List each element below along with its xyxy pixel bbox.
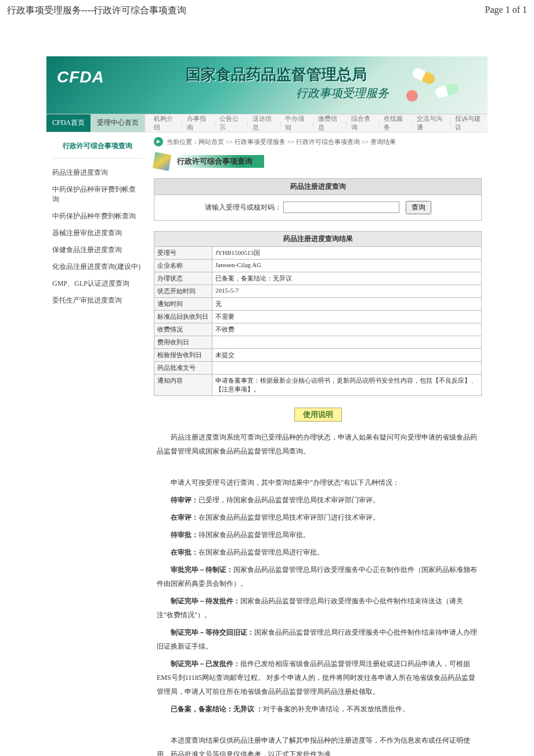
sidebar-title: 行政许可综合事项查询: [52, 141, 142, 159]
row-value: 不收费: [212, 323, 482, 336]
table-row: 收费情况不收费: [154, 323, 482, 336]
banner-subtitle: 行政事项受理服务: [296, 85, 389, 101]
row-label: 检验报告收到日: [154, 349, 212, 362]
usage-lead: 申请人可按受理号进行查询，其中查询结果中"办理状态"有以下几种情况：: [157, 476, 479, 489]
status-line: 待审评：已受理，待国家食品药品监督管理总局技术审评部门审评。: [157, 493, 479, 507]
usage-title: 使用说明: [294, 408, 342, 422]
status-line: 制证完毕－等待交回旧证：国家食品药品监督管理总局行政受理服务中心批件制作结束待申…: [157, 625, 479, 653]
status-name: 制证完毕－待发批件：: [171, 597, 240, 605]
usage-title-wrap: 使用说明: [154, 408, 482, 422]
status-desc: 已受理，待国家食品药品监督管理总局技术审评部门审评。: [199, 496, 380, 504]
sidebar-item[interactable]: 器械注册审批进度查询: [52, 225, 142, 242]
row-value: 2015-5-7: [212, 285, 482, 298]
breadcrumb: 当前位置： 网站首页 >> 行政事项受理服务 >> 行政许可综合事项查询 >> …: [154, 137, 482, 146]
row-label: 受理号: [154, 247, 212, 260]
header-page-number: Page 1 of 1: [485, 5, 527, 17]
sidebar-item[interactable]: 化妆品注册进度查询(建设中): [52, 258, 142, 275]
top-nav: CFDA首页 受理中心首页 机构介绍|办事指南|公告公示|送达信息|中办须知|缴…: [46, 114, 488, 132]
cfda-logo: CFDA: [57, 68, 104, 87]
nav-menu-item[interactable]: 在线服务: [381, 114, 410, 132]
status-line: 待审批：待国家食品药品监督管理总局审批。: [157, 528, 479, 542]
table-row: 费用收到日: [154, 336, 482, 349]
nav-menu-item[interactable]: 投诉与建议: [452, 114, 488, 132]
row-value: 无: [212, 298, 482, 311]
table-row: 状态开始时间2015-5-7: [154, 285, 482, 298]
result-table: 药品注册进度查询结果 受理号JYHB1500513国企业名称Janssen-Ci…: [154, 231, 482, 396]
row-label: 费用收到日: [154, 336, 212, 349]
row-label: 收费情况: [154, 323, 212, 336]
table-row: 药品批准文号: [154, 362, 482, 375]
nav-menu-item[interactable]: 机构介绍: [151, 114, 180, 132]
search-input[interactable]: [283, 201, 399, 213]
row-label: 状态开始时间: [154, 285, 212, 298]
nav-menu-item[interactable]: 办事指南: [184, 114, 213, 132]
row-value: [212, 362, 482, 375]
status-desc: 在国家食品药品监督管理总局技术审评部门进行技术审评。: [199, 513, 380, 521]
sidebar-item[interactable]: GMP、GLP认证进度查询: [52, 275, 142, 292]
nav-tab-cfda-home[interactable]: CFDA首页: [46, 114, 91, 132]
usage-note: 本进度查询结果仅供药品注册申请人了解其申报品种的注册进度等，不作为信息发布或任何…: [157, 733, 479, 756]
search-box: 药品注册进度查询 请输入受理号或核对码： 查询: [154, 178, 482, 221]
print-header: 行政事项受理服务----行政许可综合事项查询 Page 1 of 1: [0, 0, 534, 21]
row-label: 办理状态: [154, 272, 212, 285]
status-desc: 对于备案的补充申请结论，不再发放纸质批件。: [263, 705, 409, 713]
breadcrumb-item[interactable]: 行政许可综合事项查询: [296, 138, 360, 145]
usage-text: 药品注册进度查询系统可查询已受理品种的办理状态，申请人如果有疑问可向受理申请的省…: [154, 430, 482, 756]
row-value: Janssen-Cilag AG: [212, 260, 482, 272]
nav-menu-item[interactable]: 交流与沟通: [414, 114, 449, 132]
nav-menu-item[interactable]: 送达信息: [250, 114, 279, 132]
sidebar-item[interactable]: 中药保护品种年费到帐查询: [52, 208, 142, 225]
status-name: 在审批：: [171, 548, 199, 556]
pills-decoration: [400, 68, 470, 103]
nav-menu-item[interactable]: 综合查询: [348, 114, 377, 132]
breadcrumb-item: 查询结果: [370, 138, 396, 145]
status-line: 已备案，备案结论：无异议 ：对于备案的补充申请结论，不再发放纸质批件。: [157, 702, 479, 716]
status-line: 在审批：在国家食品药品监督管理总局进行审批。: [157, 545, 479, 559]
result-caption: 药品注册进度查询结果: [154, 231, 482, 246]
table-row: 企业名称Janssen-Cilag AG: [154, 260, 482, 272]
table-row: 受理号JYHB1500513国: [154, 247, 482, 260]
header-title: 行政事项受理服务----行政许可综合事项查询: [7, 5, 186, 17]
table-row: 通知时间无: [154, 298, 482, 311]
search-box-header: 药品注册进度查询: [154, 179, 481, 195]
status-line: 制证完毕－待发批件：国家食品药品监督管理总局行政受理服务中心批件制作结束待送达（…: [157, 594, 479, 622]
row-value: [212, 336, 482, 349]
row-value: 申请备案事宜：根据最新企业核心说明书，更新药品说明书安全性内容，包括【不良反应】…: [212, 375, 482, 396]
sidebar-item[interactable]: 委托生产审批进度查询: [52, 292, 142, 309]
status-line: 审批完毕－待制证：国家食品药品监督管理总局行政受理服务中心正在制作批件（国家药品…: [157, 563, 479, 591]
search-button[interactable]: 查询: [406, 201, 431, 214]
breadcrumb-prefix: 当前位置：: [167, 138, 199, 146]
status-name: 审批完毕－待制证：: [171, 566, 233, 574]
sidebar-item[interactable]: 中药保护品种审评费到帐查询: [52, 181, 142, 208]
status-desc: 在国家食品药品监督管理总局进行审批。: [199, 548, 324, 556]
row-label: 企业名称: [154, 260, 212, 272]
status-name: 已备案，备案结论：无异议 ：: [171, 705, 263, 713]
status-name: 在审评：: [171, 513, 199, 521]
status-name: 制证完毕－等待交回旧证：: [171, 628, 254, 636]
nav-tab-center-home[interactable]: 受理中心首页: [91, 114, 145, 132]
row-value: 未提交: [212, 349, 482, 362]
arrow-right-icon: [154, 137, 163, 146]
nav-menu-item[interactable]: 缴费信息: [315, 114, 344, 132]
table-row: 标准品回执收到日不需要: [154, 311, 482, 323]
sidebar-item[interactable]: 保健食品注册进度查询: [52, 242, 142, 258]
nav-menu-item[interactable]: 公告公示: [217, 114, 246, 132]
search-label: 请输入受理号或核对码：: [205, 203, 282, 211]
row-label: 药品批准文号: [154, 362, 212, 375]
sidebar: 行政许可综合事项查询 药品注册进度查询中药保护品种审评费到帐查询中药保护品种年费…: [46, 132, 148, 756]
status-line: 制证完毕－已发批件：批件已发给相应省级食品药品监督管理局注册处或进口药品申请人，…: [157, 657, 479, 699]
table-row: 检验报告收到日未提交: [154, 349, 482, 362]
section-header: 行政许可综合事项查询: [154, 153, 482, 170]
row-value: JYHB1500513国: [212, 247, 482, 260]
table-row: 通知内容申请备案事宜：根据最新企业核心说明书，更新药品说明书安全性内容，包括【不…: [154, 375, 482, 396]
row-label: 通知时间: [154, 298, 212, 311]
row-value: 不需要: [212, 311, 482, 323]
breadcrumb-item[interactable]: 行政事项受理服务: [234, 138, 286, 145]
row-label: 标准品回执收到日: [154, 311, 212, 323]
chevron-right-icon: >>: [224, 138, 234, 145]
nav-menu: 机构介绍|办事指南|公告公示|送达信息|中办须知|缴费信息|综合查询|在线服务|…: [145, 114, 488, 132]
breadcrumb-item[interactable]: 网站首页: [199, 138, 224, 145]
nav-menu-item[interactable]: 中办须知: [282, 114, 311, 132]
sidebar-item[interactable]: 药品注册进度查询: [52, 164, 142, 181]
status-name: 制证完毕－已发批件：: [171, 660, 240, 668]
